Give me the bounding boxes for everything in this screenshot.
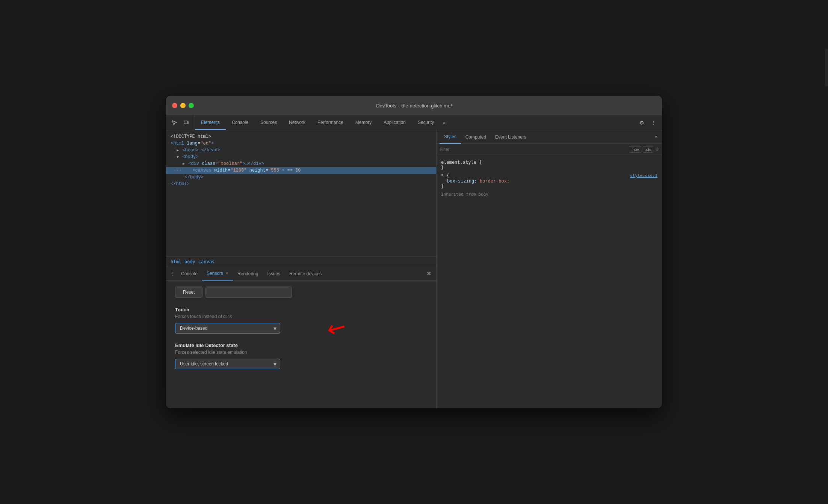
- idle-detector-select-wrapper: User idle, screen locked No idle emulati…: [175, 359, 280, 369]
- dom-tree[interactable]: <!DOCTYPE html> <html lang="en"> ▶ <head…: [166, 130, 436, 257]
- drawer-tab-menu[interactable]: ⋮: [168, 269, 177, 278]
- idle-detector-title: Emulate Idle Detector state: [175, 343, 427, 348]
- universal-source[interactable]: style.css:1: [630, 173, 657, 178]
- tab-elements[interactable]: Elements: [195, 115, 226, 130]
- touch-select-wrapper: Device-based None Force enabled: [175, 323, 280, 333]
- main-tabs: Elements Console Sources Network Perform…: [195, 115, 633, 130]
- universal-rule-close: }: [441, 184, 657, 189]
- styles-content: element.style { } * { style.css:1 box-si…: [437, 155, 662, 408]
- tab-security[interactable]: Security: [412, 115, 440, 130]
- universal-rule: * { style.css:1 box-sizing: border-box; …: [437, 172, 662, 190]
- tab-network[interactable]: Network: [283, 115, 311, 130]
- touch-select[interactable]: Device-based None Force enabled: [175, 323, 280, 333]
- touch-section: Touch Forces touch instead of click Devi…: [175, 307, 427, 333]
- devtools-main: <!DOCTYPE html> <html lang="en"> ▶ <head…: [166, 130, 662, 408]
- styles-tab-more[interactable]: »: [653, 134, 659, 140]
- tab-application[interactable]: Application: [378, 115, 412, 130]
- styles-filter-bar: :hov .cls +: [437, 144, 662, 155]
- customize-button[interactable]: ⋮: [648, 118, 659, 128]
- maximize-button[interactable]: [189, 103, 194, 108]
- more-tabs-button[interactable]: »: [440, 115, 449, 130]
- tab-memory[interactable]: Memory: [349, 115, 378, 130]
- styles-tabs: Styles Computed Event Listeners »: [437, 130, 662, 144]
- breadcrumb-canvas[interactable]: canvas: [198, 259, 215, 264]
- dom-line-doctype[interactable]: <!DOCTYPE html>: [166, 133, 436, 140]
- dom-line-body-open[interactable]: ▼ <body>: [166, 154, 436, 160]
- element-style-close: }: [441, 165, 657, 170]
- styles-tab-event-listeners[interactable]: Event Listeners: [491, 130, 531, 144]
- drawer-tab-rendering[interactable]: Rendering: [233, 267, 263, 281]
- dom-line-html-close[interactable]: </html>: [166, 181, 436, 187]
- breadcrumb-bar: html body canvas: [166, 257, 436, 267]
- idle-detector-select[interactable]: User idle, screen locked No idle emulati…: [175, 359, 280, 369]
- left-panel: <!DOCTYPE html> <html lang="en"> ▶ <head…: [166, 130, 437, 408]
- breadcrumb-html[interactable]: html: [171, 259, 181, 264]
- devtools-window: DevTools - idle-detection.glitch.me/ Ele…: [166, 96, 662, 408]
- dom-line-body-close[interactable]: </body>: [166, 174, 436, 181]
- toolbar-icons: [166, 115, 195, 130]
- tab-sources[interactable]: Sources: [254, 115, 283, 130]
- titlebar: DevTools - idle-detection.glitch.me/: [166, 96, 662, 115]
- drawer-tab-console[interactable]: Console: [177, 267, 202, 281]
- element-style-selector: element.style {: [441, 160, 657, 165]
- svg-rect-1: [187, 122, 189, 124]
- filter-buttons: :hov .cls: [629, 146, 653, 153]
- touch-description: Forces touch instead of click: [175, 314, 427, 319]
- svg-rect-0: [184, 121, 187, 124]
- traffic-lights: [172, 103, 194, 108]
- location-input[interactable]: [205, 287, 292, 298]
- device-toolbar-button[interactable]: [181, 118, 192, 128]
- dom-line-canvas[interactable]: ··· <canvas width="1280" height="555"> =…: [166, 167, 436, 174]
- devtools-toolbar: Elements Console Sources Network Perform…: [166, 115, 662, 130]
- close-sensors-tab[interactable]: ✕: [225, 271, 228, 275]
- styles-tab-styles[interactable]: Styles: [440, 130, 461, 144]
- cls-button[interactable]: .cls: [643, 146, 654, 153]
- idle-detector-description: Forces selected idle state emulation: [175, 350, 427, 355]
- hov-button[interactable]: :hov: [629, 146, 641, 153]
- tab-console[interactable]: Console: [226, 115, 254, 130]
- toolbar-right: ⚙ ⋮: [633, 115, 662, 130]
- touch-title: Touch: [175, 307, 427, 312]
- drawer-tabs: ⋮ Console Sensors ✕ Rendering Issues Rem…: [166, 267, 436, 281]
- add-style-rule-button[interactable]: +: [655, 145, 659, 153]
- close-button[interactable]: [172, 103, 177, 108]
- styles-filter-input[interactable]: [440, 147, 629, 152]
- drawer-tab-issues[interactable]: Issues: [263, 267, 285, 281]
- dom-line-div-toolbar[interactable]: ▶ <div class="toolbar">…</div>: [166, 160, 436, 167]
- universal-rule-properties: box-sizing: border-box;: [441, 178, 657, 184]
- idle-detector-section: Emulate Idle Detector state Forces selec…: [175, 343, 427, 369]
- drawer-tab-sensors[interactable]: Sensors ✕: [202, 267, 233, 281]
- dom-line-html[interactable]: <html lang="en">: [166, 140, 436, 147]
- close-drawer-button[interactable]: ✕: [424, 269, 433, 278]
- right-panel: Styles Computed Event Listeners » :hov .…: [437, 130, 662, 408]
- minimize-button[interactable]: [180, 103, 186, 108]
- sensors-drawer-content: Reset Touch Forces touch instead of clic…: [166, 281, 436, 408]
- dom-line-head[interactable]: ▶ <head>…</head>: [166, 147, 436, 154]
- styles-tab-computed[interactable]: Computed: [461, 130, 491, 144]
- reset-button[interactable]: Reset: [175, 287, 202, 298]
- window-title: DevTools - idle-detection.glitch.me/: [172, 103, 656, 109]
- inspect-element-button[interactable]: [169, 118, 180, 128]
- drawer-tab-remote-devices[interactable]: Remote devices: [285, 267, 326, 281]
- settings-button[interactable]: ⚙: [636, 118, 647, 128]
- element-style-rule: element.style { }: [437, 158, 662, 172]
- inherited-from-body: Inherited from body: [437, 190, 662, 198]
- reset-bar: Reset: [175, 287, 427, 298]
- tab-performance[interactable]: Performance: [311, 115, 349, 130]
- breadcrumb-body[interactable]: body: [184, 259, 195, 264]
- universal-selector: * { style.css:1: [441, 173, 657, 178]
